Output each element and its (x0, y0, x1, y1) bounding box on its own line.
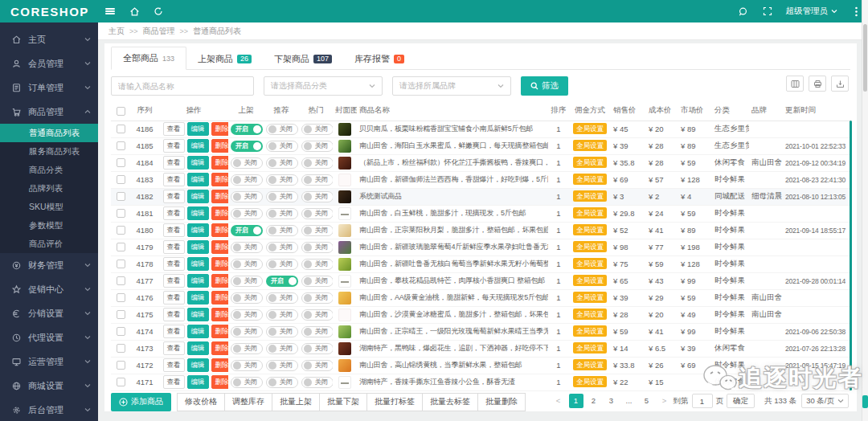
recommend-toggle[interactable]: 关闭 (266, 377, 298, 388)
onsale-toggle[interactable]: 关闭 (231, 326, 263, 337)
recommend-toggle[interactable]: 关闭 (266, 208, 298, 219)
edit-button[interactable]: 编辑 (187, 257, 209, 271)
sidebar-item-4[interactable]: 商品管理 (0, 100, 98, 124)
delete-button[interactable]: 删除 (211, 291, 229, 305)
fullscreen-icon[interactable] (755, 0, 780, 22)
columns-icon[interactable] (786, 76, 804, 92)
sidebar-item-2[interactable]: 会员管理 (0, 51, 98, 76)
commission-badge[interactable]: 全局设置 (573, 342, 607, 354)
commission-badge[interactable]: 全局设置 (573, 258, 607, 269)
commission-badge[interactable]: 全局设置 (573, 292, 607, 303)
row-checkbox[interactable] (117, 361, 125, 370)
sidebar-subitem-品牌列表[interactable]: 品牌列表 (0, 179, 98, 198)
recommend-toggle[interactable]: 关闭 (266, 259, 298, 270)
delete-button[interactable]: 删除 (211, 240, 229, 254)
edit-button[interactable]: 编辑 (187, 223, 209, 237)
row-checkbox[interactable] (117, 378, 125, 386)
hot-toggle[interactable]: 关闭 (301, 208, 333, 219)
page-button-1[interactable]: 1 (569, 394, 583, 408)
select-all-checkbox[interactable] (117, 107, 125, 116)
edit-button[interactable]: 编辑 (187, 206, 209, 220)
sidebar-item-10[interactable]: 商城设置 (0, 374, 98, 398)
row-checkbox[interactable] (117, 158, 125, 167)
view-button[interactable]: 查看 (163, 375, 185, 389)
bulk-button-批量上架[interactable]: 批量上架 (272, 393, 320, 411)
sidebar-subitem-商品评价[interactable]: 商品评价 (0, 235, 98, 253)
recommend-toggle[interactable]: 关闭 (266, 191, 298, 202)
category-select[interactable]: 请选择商品分类 (264, 76, 383, 96)
tab-下架商品[interactable]: 下架商品107 (263, 48, 343, 70)
hot-toggle[interactable]: 关闭 (301, 225, 333, 236)
sidebar-subitem-SKU模型[interactable]: SKU模型 (0, 198, 98, 216)
sidebar-subitem-服务商品列表[interactable]: 服务商品列表 (0, 142, 98, 161)
recommend-toggle[interactable]: 关闭 (266, 360, 298, 371)
user-menu[interactable]: 超级管理员 (786, 6, 838, 17)
commission-badge[interactable]: 全局设置 (573, 157, 607, 168)
hot-toggle[interactable]: 关闭 (301, 157, 333, 169)
onsale-toggle[interactable]: 关闭 (231, 259, 263, 270)
print-icon[interactable] (809, 76, 826, 92)
hot-toggle[interactable]: 关闭 (301, 309, 333, 321)
recommend-toggle[interactable]: 关闭 (266, 292, 298, 304)
hot-toggle[interactable]: 关闭 (301, 360, 333, 371)
row-checkbox[interactable] (117, 293, 125, 302)
tab-全部商品[interactable]: 全部商品133 (111, 47, 186, 70)
row-checkbox[interactable] (117, 260, 125, 268)
view-button[interactable]: 查看 (163, 122, 185, 136)
row-checkbox[interactable] (117, 327, 125, 336)
edit-button[interactable]: 编辑 (187, 375, 209, 389)
sidebar-item-3[interactable]: 订单管理 (0, 76, 98, 100)
bulk-button-批量删除[interactable]: 批量删除 (477, 393, 526, 411)
view-button[interactable]: 查看 (163, 173, 185, 186)
recommend-toggle[interactable]: 关闭 (266, 343, 298, 354)
edit-button[interactable]: 编辑 (187, 139, 209, 153)
view-button[interactable]: 查看 (163, 240, 185, 254)
delete-button[interactable]: 删除 (211, 173, 229, 186)
view-button[interactable]: 查看 (163, 274, 185, 288)
onsale-toggle[interactable]: 关闭 (231, 360, 263, 371)
search-button[interactable]: 筛选 (521, 76, 568, 96)
product-name-input[interactable] (111, 76, 254, 96)
onsale-toggle[interactable]: 关闭 (231, 309, 263, 321)
sidebar-subitem-普通商品列表[interactable]: 普通商品列表 (0, 124, 98, 142)
row-checkbox[interactable] (117, 192, 125, 201)
row-checkbox[interactable] (117, 344, 125, 353)
row-checkbox[interactable] (117, 226, 125, 235)
table-scrollbar[interactable] (850, 121, 852, 390)
edit-button[interactable]: 编辑 (187, 274, 209, 288)
breadcrumb-item[interactable]: 主页 (108, 26, 125, 37)
hot-toggle[interactable]: 关闭 (301, 259, 333, 270)
scrollbar-thumb[interactable] (863, 24, 867, 92)
onsale-toggle[interactable]: 关闭 (231, 276, 263, 287)
sidebar-item-11[interactable]: 后台管理 (0, 398, 98, 421)
view-button[interactable]: 查看 (163, 358, 185, 372)
sidebar-item-1[interactable]: 主页 (0, 27, 98, 51)
breadcrumb-item[interactable]: 商品管理 (143, 26, 175, 37)
hot-toggle[interactable]: 关闭 (301, 292, 333, 304)
sidebar-subitem-参数模型[interactable]: 参数模型 (0, 216, 98, 235)
commission-badge[interactable]: 全局设置 (573, 241, 607, 252)
sidebar-item-6[interactable]: 促销中心 (0, 277, 98, 301)
delete-button[interactable]: 删除 (211, 358, 229, 372)
onsale-toggle[interactable]: 开启 (231, 225, 263, 236)
delete-button[interactable]: 删除 (211, 190, 229, 203)
commission-badge[interactable]: 全局设置 (573, 376, 607, 387)
delete-button[interactable]: 删除 (211, 139, 229, 153)
confirm-page-button[interactable]: 确定 (727, 394, 755, 408)
edit-button[interactable]: 编辑 (187, 308, 209, 321)
view-button[interactable]: 查看 (163, 223, 185, 237)
bulk-button-批量去标签[interactable]: 批量去标签 (422, 393, 478, 411)
delete-button[interactable]: 删除 (211, 308, 229, 321)
sidebar-item-7[interactable]: 分销设置 (0, 301, 98, 325)
export-icon[interactable] (831, 76, 849, 92)
view-button[interactable]: 查看 (163, 291, 185, 305)
commission-badge[interactable]: 全局设置 (573, 309, 607, 320)
page-button-2[interactable]: 2 (587, 394, 601, 408)
recommend-toggle[interactable]: 关闭 (266, 309, 298, 321)
edit-button[interactable]: 编辑 (187, 240, 209, 254)
hot-toggle[interactable]: 关闭 (301, 377, 333, 388)
commission-badge[interactable]: 全局设置 (573, 275, 607, 286)
onsale-toggle[interactable]: 关闭 (231, 191, 263, 202)
onsale-toggle[interactable]: 关闭 (231, 343, 263, 354)
sidebar-item-5[interactable]: 财务管理 (0, 253, 98, 277)
